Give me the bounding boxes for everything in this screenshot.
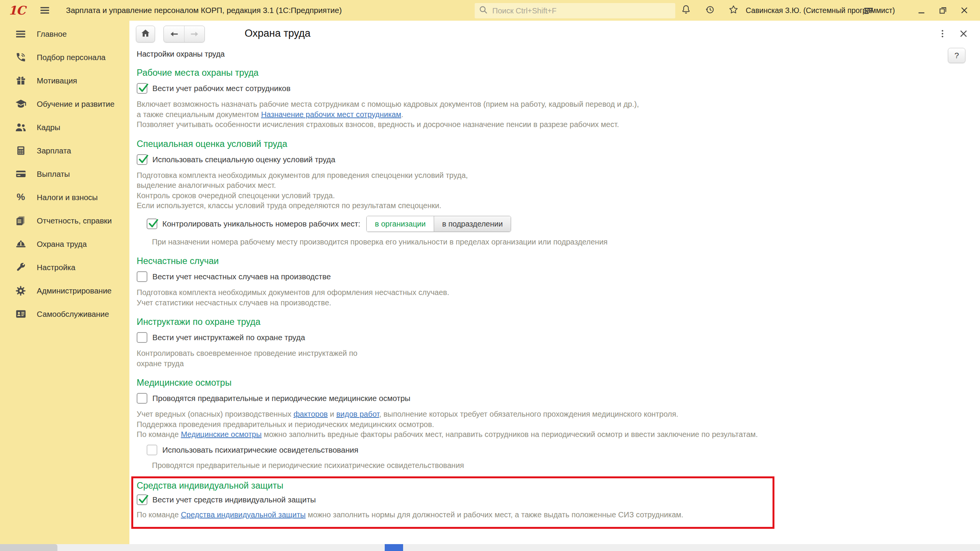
close-page-icon[interactable] — [959, 29, 969, 40]
text-link[interactable]: факторов — [294, 410, 328, 418]
restore-icon[interactable] — [937, 5, 949, 16]
checkbox-row[interactable]: Проводятся предварительные и периодическ… — [137, 393, 980, 404]
settings-section: Специальная оценка условий трудаИспользо… — [137, 139, 980, 247]
main-menu-icon[interactable] — [38, 4, 51, 17]
search-input[interactable]: Поиск Ctrl+Shift+F — [475, 3, 675, 18]
checkbox-checked[interactable] — [137, 83, 147, 94]
text-link[interactable]: Средства индивидуальной защиты — [181, 510, 305, 519]
checkbox-row[interactable]: Использовать специальную оценку условий … — [137, 154, 980, 165]
description-line: При назначении номера рабочему месту про… — [152, 237, 980, 247]
sidebar-item-id-card[interactable]: Самообслуживание — [0, 302, 129, 326]
service-menu-icon[interactable] — [863, 5, 874, 16]
gear-icon — [15, 285, 27, 297]
checkbox-label: Вести учет несчастных случаев на произво… — [152, 272, 331, 281]
taskbar — [0, 544, 980, 551]
settings-section: Рабочие места охраны трудаВести учет раб… — [137, 68, 980, 130]
sidebar-item-gear[interactable]: Администрирование — [0, 279, 129, 302]
search-placeholder: Поиск Ctrl+Shift+F — [492, 7, 557, 15]
sidebar-item-documents[interactable]: Отчетность, справки — [0, 209, 129, 232]
sidebar-item-phone[interactable]: Подбор персонала — [0, 46, 129, 69]
toggle-option[interactable]: в подразделении — [434, 216, 511, 231]
help-button[interactable]: ? — [948, 48, 965, 63]
checkbox-unchecked[interactable] — [137, 271, 147, 282]
checkbox-checked[interactable] — [147, 218, 157, 229]
app-window: 1С Зарплата и управление персоналом КОРП… — [0, 0, 980, 551]
text-link[interactable]: Медицинские осмотры — [181, 430, 261, 439]
text-link[interactable]: Назначение рабочих мест сотрудникам — [261, 110, 401, 119]
sidebar-item-people[interactable]: Кадры — [0, 116, 129, 139]
sidebar-item-calculator[interactable]: Зарплата — [0, 139, 129, 162]
description-line: Контролировать своевременное проведение … — [137, 348, 980, 359]
description-text: Проводятся предварительные и периодическ… — [152, 460, 980, 471]
section-heading: Инструктажи по охране труда — [137, 317, 980, 327]
checkbox-unchecked[interactable] — [137, 393, 147, 404]
section-heading: Медицинские осмотры — [137, 378, 980, 388]
sidebar-item-menu[interactable]: Главное — [0, 22, 129, 46]
checkbox-unchecked[interactable] — [147, 445, 157, 455]
checkbox-row[interactable]: Использовать психиатрические освидетельс… — [147, 445, 980, 455]
sidebar-item-label: Охрана труда — [37, 240, 87, 249]
toggle-group: в организациив подразделении — [366, 216, 511, 232]
description-line: Учет статистики несчастных случаев на пр… — [137, 298, 980, 308]
checkbox-row[interactable]: Контролировать уникальность номеров рабо… — [147, 216, 980, 232]
description-text: При назначении номера рабочему месту про… — [152, 237, 980, 247]
sidebar-item-percent[interactable]: %Налоги и взносы — [0, 186, 129, 209]
description-line: Поддержка проведения предварительных и п… — [137, 419, 980, 430]
description-line: а также специальным документом Назначени… — [137, 109, 980, 120]
forward-button[interactable] — [184, 26, 204, 42]
description-text: Контролировать своевременное проведение … — [137, 348, 980, 368]
description-text: Включает возможность назначать рабочие м… — [137, 99, 980, 130]
checkbox-checked[interactable] — [137, 494, 147, 505]
section-heading: Рабочие места охраны труда — [137, 68, 980, 78]
description-line: Проводятся предварительные и периодическ… — [152, 460, 980, 471]
sidebar-item-label: Зарплата — [37, 146, 71, 155]
close-window-icon[interactable] — [959, 5, 970, 16]
checkbox-label: Проводятся предварительные и периодическ… — [152, 394, 410, 403]
history-icon[interactable] — [704, 4, 715, 16]
text-link[interactable]: видов работ — [336, 410, 379, 418]
gift-icon — [15, 75, 27, 87]
notifications-icon[interactable] — [681, 4, 691, 16]
bank-card-icon — [15, 168, 27, 180]
sidebar-item-gift[interactable]: Мотивация — [0, 69, 129, 92]
checkbox-row[interactable]: Вести учет несчастных случаев на произво… — [137, 271, 980, 282]
section-heading: Специальная оценка условий труда — [137, 139, 980, 149]
toggle-option-selected[interactable]: в организации — [367, 216, 434, 231]
checkbox-unchecked[interactable] — [137, 332, 147, 343]
sidebar-item-helmet[interactable]: Охрана труда — [0, 232, 129, 256]
checkbox-label: Вести учет рабочих мест сотрудников — [152, 84, 291, 93]
page-subtitle: Настройки охраны труда — [137, 50, 980, 59]
favorites-icon[interactable] — [728, 4, 739, 16]
settings-form: Рабочие места охраны трудаВести учет раб… — [129, 68, 980, 529]
description-line: Включает возможность назначать рабочие м… — [137, 99, 980, 109]
description-line: Контроль сроков очередной спецоценки усл… — [137, 191, 980, 201]
sidebar-item-wrench[interactable]: Настройка — [0, 256, 129, 279]
more-actions-icon[interactable] — [938, 28, 947, 41]
checkbox-row[interactable]: Вести учет рабочих мест сотрудников — [137, 83, 980, 94]
1c-logo-icon: 1С — [8, 3, 25, 17]
description-line: Позволяет учитывать особенности исчислен… — [137, 119, 980, 130]
sidebar-item-label: Главное — [37, 29, 67, 39]
page-title: Охрана труда — [245, 28, 310, 39]
checkbox-checked[interactable] — [137, 154, 147, 165]
taskbar-active-app[interactable] — [385, 544, 403, 551]
taskbar-start-stub[interactable] — [0, 544, 57, 551]
sidebar-item-graduation-cap[interactable]: Обучение и развитие — [0, 92, 129, 116]
sidebar-item-label: Кадры — [37, 123, 60, 132]
home-button[interactable] — [136, 26, 155, 42]
wrench-icon — [15, 261, 27, 274]
checkbox-row[interactable]: Вести учет средств индивидуальной защиты — [137, 494, 767, 505]
settings-section: Инструктажи по охране трудаВести учет ин… — [137, 317, 980, 368]
sidebar-item-bank-card[interactable]: Выплаты — [0, 162, 129, 186]
minimize-icon[interactable] — [916, 5, 927, 16]
checkbox-row[interactable]: Вести учет инструктажей по охране труда — [137, 332, 980, 343]
description-line: По команде Средства индивидуальной защит… — [137, 510, 767, 520]
window-controls — [916, 0, 970, 21]
description-text: Подготовка комплекта необходимых докумен… — [137, 170, 980, 211]
description-line: охране труда — [137, 359, 980, 369]
back-button[interactable] — [164, 26, 184, 42]
phone-icon — [15, 51, 27, 64]
sidebar-item-label: Отчетность, справки — [37, 216, 112, 225]
checkbox-label: Использовать специальную оценку условий … — [152, 155, 335, 164]
description-text: Учет вредных (опасных) производственных … — [137, 409, 980, 440]
